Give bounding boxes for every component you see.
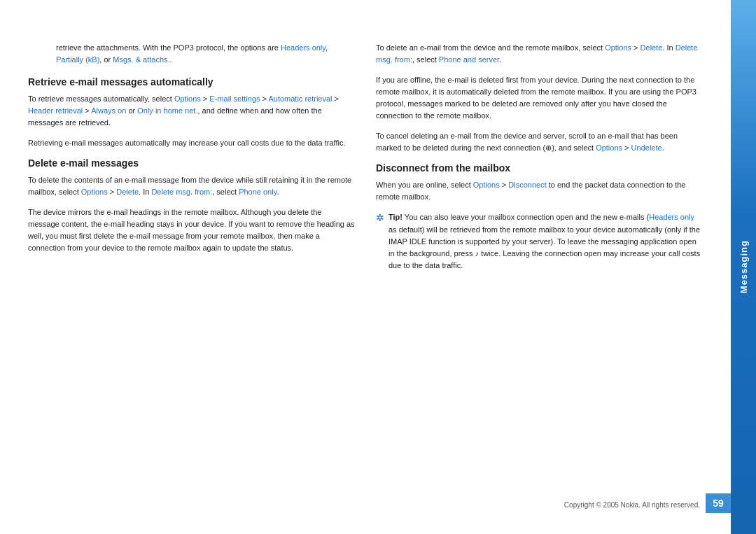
section-retrieve-body2: Retrieving e-mail messages automatically… [28,137,355,149]
section-delete-remote-body1: To delete an e-mail from the device and … [376,42,703,66]
link-options-1[interactable]: Options [174,94,201,103]
sync-icon: ⊕ [545,142,552,154]
sidebar-tab: Messaging [731,0,756,534]
section-retrieve-body1: To retrieve messages automatically, sele… [28,93,355,129]
section-retrieve: Retrieve e-mail messages automatically T… [28,76,355,149]
page-number-badge: 59 [706,493,731,513]
link-header-retrieval[interactable]: Header retrieval [28,106,83,115]
link-delete[interactable]: Delete [116,188,139,196]
copyright: Copyright © 2005 Nokia. All rights reser… [564,501,700,509]
section-delete-body2: The device mirrors the e-mail headings i… [28,206,355,254]
link-options-4[interactable]: Options [596,143,622,152]
link-email-settings[interactable]: E-mail settings [209,94,260,103]
continuation-text: retrieve the attachments. With the POP3 … [28,42,355,65]
tip-text: Tip! You can also leave your mailbox con… [388,211,703,271]
link-delete-2[interactable]: Delete [640,43,663,52]
link-headers-only[interactable]: Headers only [281,43,326,52]
link-options-2[interactable]: Options [81,188,108,196]
link-options-5[interactable]: Options [473,181,500,189]
link-undelete[interactable]: Undelete [631,143,662,152]
section-delete-heading: Delete e-mail messages [28,157,355,169]
content-area: retrieve the attachments. With the POP3 … [0,0,731,534]
section-disconnect: Disconnect from the mailbox When you are… [376,162,703,271]
link-disconnect[interactable]: Disconnect [508,181,546,189]
tip-label: Tip! [388,213,402,221]
page: retrieve the attachments. With the POP3 … [0,0,756,534]
link-always-on[interactable]: Always on [91,106,126,115]
section-disconnect-body1: When you are online, select Options > Di… [376,179,703,203]
link-options-3[interactable]: Options [605,43,631,52]
link-msgs-attachs[interactable]: Msgs. & attachs. [113,55,169,64]
tip-star-icon: ✲ [376,212,384,271]
link-only-in-home[interactable]: Only in home net. [137,106,197,115]
section-delete: Delete e-mail messages To delete the con… [28,157,355,254]
phone-icon: ♪ [475,249,479,258]
link-phone-only[interactable]: Phone only [239,188,276,196]
section-delete-body1: To delete the contents of an e-mail mess… [28,174,355,198]
section-retrieve-heading: Retrieve e-mail messages automatically [28,76,355,87]
section-delete-remote-body3: To cancel deleting an e-mail from the de… [376,130,703,154]
sidebar-label: Messaging [738,240,749,293]
section-delete-remote: To delete an e-mail from the device and … [376,42,703,154]
link-partially[interactable]: Partially (kB) [56,55,99,64]
right-column: To delete an e-mail from the device and … [376,42,703,492]
left-column: retrieve the attachments. With the POP3 … [28,42,355,492]
page-number: 59 [713,498,724,509]
tip-box: ✲ Tip! You can also leave your mailbox c… [376,211,703,271]
link-delete-msg-from[interactable]: Delete msg. from: [151,188,212,196]
section-delete-remote-body2: If you are offline, the e-mail is delete… [376,74,703,122]
link-automatic-retrieval[interactable]: Automatic retrieval [268,94,332,103]
section-disconnect-heading: Disconnect from the mailbox [376,162,703,174]
link-headers-only-2[interactable]: Headers only [649,213,694,221]
link-phone-and-server[interactable]: Phone and server [439,55,499,64]
